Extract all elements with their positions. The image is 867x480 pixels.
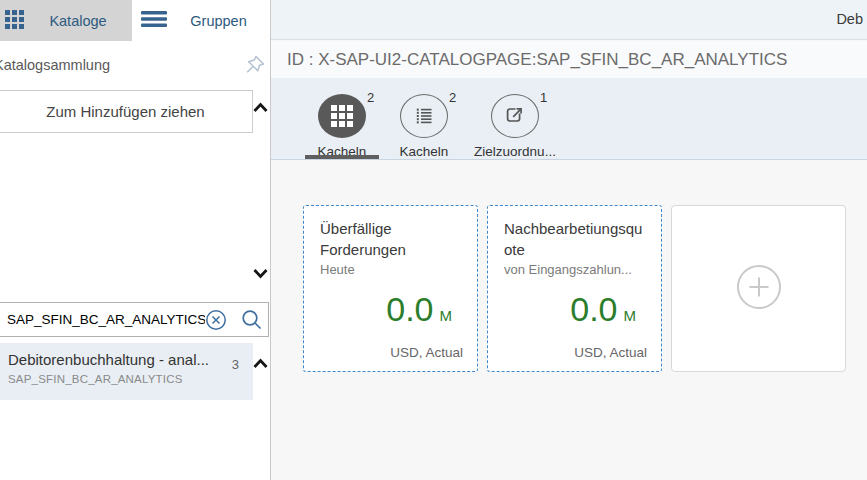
tile-footer: USD, Actual (574, 345, 647, 360)
tab-catalogs[interactable]: Kataloge (0, 0, 132, 41)
drop-target-hint-label: Zum Hinzufügen ziehen (46, 103, 204, 120)
tab-groups[interactable]: Gruppen (132, 0, 270, 41)
clear-search-icon[interactable] (205, 309, 227, 331)
icon-tab-list[interactable]: 2 Kacheln (387, 78, 461, 159)
catalogs-grid-icon (5, 10, 24, 32)
icon-tab-list-label: Kacheln (400, 144, 449, 159)
selected-tab-underline (305, 155, 379, 159)
target-mapping-icon (491, 94, 539, 138)
tab-catalogs-label: Kataloge (24, 13, 132, 29)
icon-tab-tiles[interactable]: 2 Kacheln (305, 78, 379, 159)
tile-subtitle: Heute (320, 262, 463, 277)
tile-header: Überfällige Forderungen Heute (304, 206, 477, 277)
tile-kpi-scale: M (440, 307, 453, 324)
tiles-grid-icon (318, 94, 366, 138)
tile-kpi-scale: M (624, 307, 637, 324)
icon-tab-target-mappings[interactable]: 1 Zielzuordnu... (469, 78, 561, 159)
catalog-list-item[interactable]: Debitorenbuchhaltung - anal... SAP_SFIN_… (0, 343, 253, 400)
page-id: ID : X-SAP-UI2-CATALOGPAGE:SAP_SFIN_BC_A… (287, 50, 787, 70)
scroll-down-icon[interactable] (252, 265, 269, 281)
sidebar-tabbar: Kataloge Gruppen (0, 0, 270, 41)
catalog-detail-panel: Deb ID : X-SAP-UI2-CATALOGPAGE:SAP_SFIN_… (271, 0, 867, 480)
kpi-tile-rework-quota[interactable]: Nachbearbetiungsquote von Eingangszahlun… (487, 205, 662, 372)
tab-groups-label: Gruppen (167, 13, 270, 29)
tile-kpi-value-row: 0.0M (386, 290, 452, 329)
tile-title: Überfällige Forderungen (320, 218, 463, 260)
collection-label: Katalogsammlung (0, 57, 110, 73)
list-scroll-up-icon[interactable] (252, 356, 269, 372)
plus-icon (736, 264, 782, 314)
page-id-bar: ID : X-SAP-UI2-CATALOGPAGE:SAP_SFIN_BC_A… (271, 41, 867, 78)
icon-tab-target-mappings-label: Zielzuordnu... (474, 144, 556, 159)
catalog-item-id: SAP_SFIN_BC_AR_ANALYTICS (8, 373, 245, 385)
icon-tab-list-count: 2 (449, 90, 456, 105)
catalog-item-count: 3 (232, 357, 239, 372)
groups-menu-icon (141, 10, 167, 31)
tile-subtitle: von Eingangszahlun... (504, 262, 647, 277)
collection-row: Katalogsammlung (0, 41, 270, 90)
icon-tab-target-mappings-count: 1 (540, 90, 547, 105)
catalog-search (0, 302, 269, 337)
catalog-item-title: Debitorenbuchhaltung - anal... (8, 351, 226, 368)
icon-tab-tiles-count: 2 (367, 90, 374, 105)
icon-tabbar: 2 Kacheln 2 Kacheln (271, 78, 867, 160)
catalog-sidebar: Kataloge Gruppen Katalogsammlung (0, 0, 271, 480)
tile-header: Nachbearbetiungsquote von Eingangszahlun… (488, 206, 661, 277)
shell-header: Deb (271, 0, 867, 40)
tile-kpi-value-row: 0.0M (570, 290, 636, 329)
tiles-list-icon (400, 94, 448, 138)
tile-kpi-value: 0.0 (386, 290, 433, 328)
shell-title: Deb (836, 11, 863, 27)
pin-icon[interactable] (243, 53, 267, 77)
add-tile-placeholder[interactable] (671, 205, 846, 372)
tile-kpi-value: 0.0 (570, 290, 617, 328)
tile-title: Nachbearbetiungsquote (504, 218, 647, 260)
tile-footer: USD, Actual (390, 345, 463, 360)
catalog-search-input[interactable] (0, 312, 205, 327)
search-icon[interactable] (241, 309, 263, 331)
drop-target-hint: Zum Hinzufügen ziehen (0, 90, 253, 133)
kpi-tile-overdue-receivables[interactable]: Überfällige Forderungen Heute 0.0M USD, … (303, 205, 478, 372)
scroll-up-icon[interactable] (252, 100, 269, 116)
tile-grid: Überfällige Forderungen Heute 0.0M USD, … (303, 205, 846, 372)
